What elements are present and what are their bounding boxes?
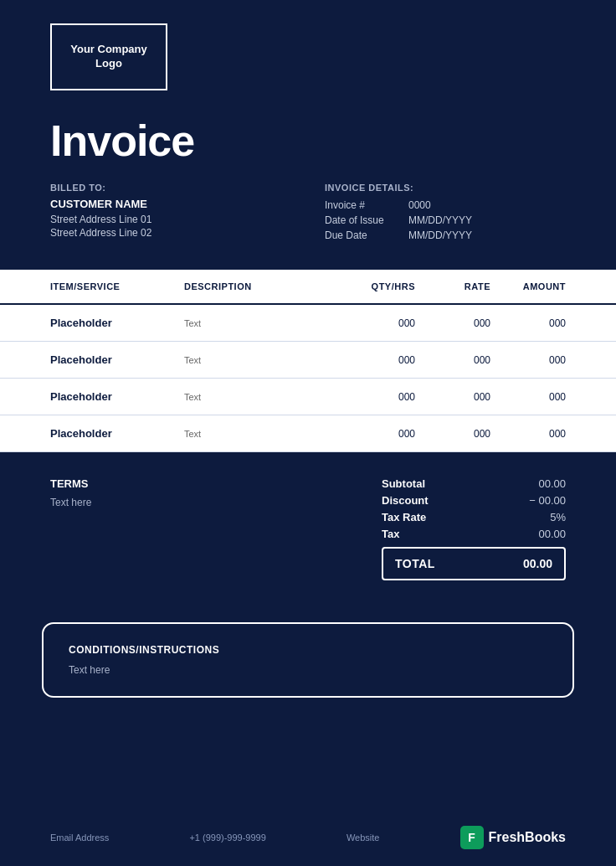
invoice-num-value: 0000 [408,199,431,211]
detail-row-date-issue: Date of Issue MM/DD/YYYY [325,214,566,226]
discount-row: Discount − 00.00 [382,494,566,507]
table-header-row: ITEM/SERVICE DESCRIPTION QTY/HRS RATE AM… [0,270,616,305]
conditions-box: CONDITIONS/INSTRUCTIONS Text here [42,622,574,698]
invoice-table: ITEM/SERVICE DESCRIPTION QTY/HRS RATE AM… [0,270,616,452]
row3-amount: 000 [490,391,566,403]
header: Your Company Logo [0,0,616,107]
due-date-key: Due Date [325,229,408,241]
subtotal-value: 00.00 [516,477,566,490]
row2-qty: 000 [331,354,415,366]
invoice-num-key: Invoice # [325,199,408,211]
row3-item: Placeholder [50,390,184,403]
col-qty-hrs: QTY/HRS [331,281,415,291]
footer-website: Website [346,832,380,843]
subtotal-label: Subtotal [382,477,425,490]
terms-block: TERMS Text here [50,477,382,508]
table-row: Placeholder Text 000 000 000 [0,415,616,452]
tax-rate-row: Tax Rate 5% [382,511,566,523]
due-date-value: MM/DD/YYYY [408,229,472,241]
billed-to-label: BILLED TO: [50,183,291,193]
bottom-footer: Email Address +1 (999)-999-9999 Website … [0,809,616,866]
row2-item: Placeholder [50,353,184,366]
footer-totals-section: TERMS Text here Subtotal 00.00 Discount … [0,452,616,606]
row3-rate: 000 [415,391,490,403]
col-description: DESCRIPTION [184,281,331,291]
row2-amount: 000 [490,354,566,366]
row4-rate: 000 [415,428,490,440]
table-row: Placeholder Text 000 000 000 [0,342,616,379]
conditions-title: CONDITIONS/INSTRUCTIONS [69,644,547,656]
total-value: 00.00 [523,557,552,570]
row2-rate: 000 [415,354,490,366]
tax-row: Tax 00.00 [382,528,566,540]
row4-qty: 000 [331,428,415,440]
row3-desc: Text [184,392,331,402]
row1-desc: Text [184,318,331,328]
invoice-details-label: INVOICE DETAILS: [325,183,566,193]
invoice-page: Your Company Logo Invoice BILLED TO: CUS… [0,0,616,866]
tax-rate-value: 5% [516,511,566,523]
billed-to-block: BILLED TO: CUSTOMER NAME Street Address … [50,183,291,245]
col-item-service: ITEM/SERVICE [50,281,184,291]
discount-value: − 00.00 [516,494,566,507]
freshbooks-name: FreshBooks [489,830,566,845]
billing-section: BILLED TO: CUSTOMER NAME Street Address … [0,166,616,270]
row2-desc: Text [184,355,331,365]
row1-amount: 000 [490,317,566,329]
total-label: TOTAL [395,557,435,570]
table-row: Placeholder Text 000 000 000 [0,379,616,415]
footer-phone: +1 (999)-999-9999 [189,832,265,843]
totals-block: Subtotal 00.00 Discount − 00.00 Tax Rate… [382,477,566,580]
freshbooks-logo: F FreshBooks [460,826,566,849]
conditions-section: CONDITIONS/INSTRUCTIONS Text here [0,606,616,714]
customer-name: CUSTOMER NAME [50,198,291,210]
row3-qty: 000 [331,391,415,403]
row1-item: Placeholder [50,317,184,329]
row4-amount: 000 [490,428,566,440]
tax-label: Tax [382,528,399,540]
company-logo: Your Company Logo [50,23,167,90]
terms-text: Text here [50,497,382,508]
col-amount: AMOUNT [490,281,566,291]
footer-email: Email Address [50,832,109,843]
detail-row-invoice-num: Invoice # 0000 [325,199,566,211]
row1-qty: 000 [331,317,415,329]
discount-label: Discount [382,494,429,507]
invoice-details-block: INVOICE DETAILS: Invoice # 0000 Date of … [291,183,566,245]
row1-rate: 000 [415,317,490,329]
table-row: Placeholder Text 000 000 000 [0,305,616,342]
subtotal-row: Subtotal 00.00 [382,477,566,490]
invoice-title-section: Invoice [0,107,616,166]
terms-title: TERMS [50,477,382,490]
tax-value: 00.00 [516,528,566,540]
address-line-1: Street Address Line 01 [50,214,291,225]
conditions-text: Text here [69,664,547,676]
tax-rate-label: Tax Rate [382,511,426,523]
row4-desc: Text [184,429,331,439]
invoice-heading: Invoice [50,116,566,166]
freshbooks-icon: F [460,826,484,849]
address-line-2: Street Address Line 02 [50,227,291,239]
total-final-row: TOTAL 00.00 [382,547,566,580]
row4-item: Placeholder [50,427,184,440]
col-rate: RATE [415,281,490,291]
date-issue-value: MM/DD/YYYY [408,214,472,226]
date-issue-key: Date of Issue [325,214,408,226]
detail-row-due-date: Due Date MM/DD/YYYY [325,229,566,241]
